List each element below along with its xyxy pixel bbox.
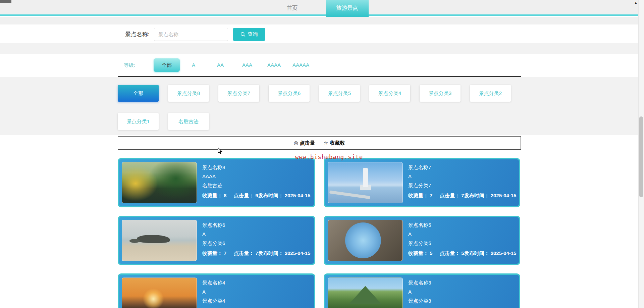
category-6[interactable]: 景点分类6 [269, 85, 310, 102]
background-band [0, 43, 638, 54]
scroll-up-icon[interactable]: ▲ [634, 1, 638, 5]
scrollbar-thumb[interactable] [639, 116, 643, 197]
category-2[interactable]: 景点分类2 [470, 85, 511, 102]
level-option-aaa[interactable]: AAA [234, 54, 261, 76]
attraction-card-5[interactable]: 景点名称5 A 景点分类5 收藏量：5点击量：5发布时间：2025-04-15 [324, 216, 520, 265]
attraction-level: A [408, 289, 412, 295]
statue-shape [363, 168, 368, 187]
attraction-category: 景点分类4 [202, 298, 225, 304]
watermark: www.bishebang.site [295, 154, 363, 160]
level-option-aaaaa[interactable]: AAAAA [287, 54, 314, 76]
attraction-level: A [202, 231, 206, 237]
mountain-peak-shape [349, 286, 382, 304]
top-nav: 首页 [0, 0, 644, 16]
level-option-aa[interactable]: AA [207, 54, 234, 76]
sort-by-favorites[interactable]: ☆ 收藏数 [324, 140, 345, 146]
attraction-image-coast-arch [328, 220, 403, 261]
recording-marker [0, 0, 11, 3]
attraction-image-autumn-lake [122, 162, 197, 203]
tab-home[interactable]: 首页 [280, 0, 304, 16]
background-band [0, 17, 638, 24]
attraction-image-beach [122, 220, 197, 261]
search-input[interactable] [154, 28, 228, 41]
attraction-category: 景点分类7 [408, 183, 431, 189]
category-5[interactable]: 景点分类5 [319, 85, 360, 102]
category-1[interactable]: 景点分类1 [118, 113, 159, 130]
rock-shape [129, 239, 140, 243]
attraction-category: 景点分类6 [202, 240, 225, 247]
attraction-name: 景点名称5 [408, 222, 431, 228]
category-4[interactable]: 景点分类4 [369, 85, 410, 102]
search-button-label: 查询 [248, 31, 258, 38]
attraction-image-sunset [122, 277, 197, 308]
category-all[interactable]: 全部 [118, 85, 159, 102]
sort-clicks-label: 点击量 [300, 140, 315, 146]
level-filter-panel: 等级: 全部 A AA AAA AAAA AAAAA [118, 54, 521, 77]
pier-shape [329, 191, 370, 199]
attraction-name: 景点名称8 [202, 164, 225, 171]
attraction-level: A [408, 173, 412, 179]
attraction-card-3[interactable]: 景点名称3 A 景点分类3 [324, 273, 520, 308]
category-8[interactable]: 景点分类8 [168, 85, 209, 102]
attraction-level: A [202, 289, 206, 295]
level-filter-label: 等级: [124, 54, 135, 76]
search-button[interactable]: 查询 [233, 28, 265, 41]
sort-bar: ◎ 点击量 ☆ 收藏数 [118, 136, 521, 150]
sort-by-clicks[interactable]: ◎ 点击量 [294, 140, 315, 146]
search-icon [240, 32, 246, 37]
eye-icon: ◎ [294, 140, 298, 146]
attraction-name: 景点名称7 [408, 164, 431, 171]
attraction-category: 景点分类3 [408, 298, 431, 304]
attraction-card-8[interactable]: 景点名称8 AAAA 名胜古迹 收藏量：8点击量：9发布时间：2025-04-1… [118, 158, 315, 207]
category-famous-sites[interactable]: 名胜古迹 [168, 113, 209, 130]
scrollbar-track[interactable] [638, 0, 644, 308]
attraction-category: 景点分类5 [408, 240, 431, 247]
category-7[interactable]: 景点分类7 [218, 85, 259, 102]
attraction-card-6[interactable]: 景点名称6 A 景点分类6 收藏量：7点击量：7发布时间：2025-04-15 [118, 216, 315, 265]
page: 首页 旅游景点 ▲ 景点名称: 查询 等级: 全部 A AA AAA AAAA … [0, 0, 644, 308]
attraction-image-sea-statue [328, 162, 403, 203]
tab-attractions[interactable]: 旅游景点 [326, 0, 369, 17]
attraction-stats: 收藏量：8点击量：9发布时间：2025-04-15 [202, 193, 310, 199]
attraction-level: A [408, 231, 412, 237]
category-3[interactable]: 景点分类3 [420, 85, 461, 102]
level-option-all[interactable]: 全部 [154, 58, 180, 72]
sort-favorites-label: 收藏数 [330, 140, 345, 146]
mouse-cursor [217, 148, 223, 156]
attraction-name: 景点名称3 [408, 280, 431, 286]
star-icon: ☆ [324, 140, 328, 146]
attraction-name: 景点名称4 [202, 280, 225, 286]
level-option-a[interactable]: A [180, 54, 207, 76]
search-label: 景点名称: [125, 28, 150, 41]
attraction-stats: 收藏量：5点击量：5发布时间：2025-04-15 [408, 250, 516, 257]
attraction-name: 景点名称6 [202, 222, 225, 228]
attraction-card-7[interactable]: 景点名称7 A 景点分类7 收藏量：7点击量：7发布时间：2025-04-15 [324, 158, 520, 207]
level-option-aaaa[interactable]: AAAA [261, 54, 287, 76]
cards-area [0, 135, 638, 308]
attraction-stats: 收藏量：7点击量：7发布时间：2025-04-15 [408, 193, 516, 199]
attraction-stats: 收藏量：7点击量：7发布时间：2025-04-15 [202, 250, 310, 257]
attraction-card-4[interactable]: 景点名称4 A 景点分类4 [118, 273, 315, 308]
search-panel [0, 24, 638, 43]
rock-shape [137, 235, 170, 243]
attraction-category: 名胜古迹 [202, 183, 222, 189]
attraction-image-mountains [328, 277, 403, 308]
attraction-level: AAAA [202, 173, 216, 179]
